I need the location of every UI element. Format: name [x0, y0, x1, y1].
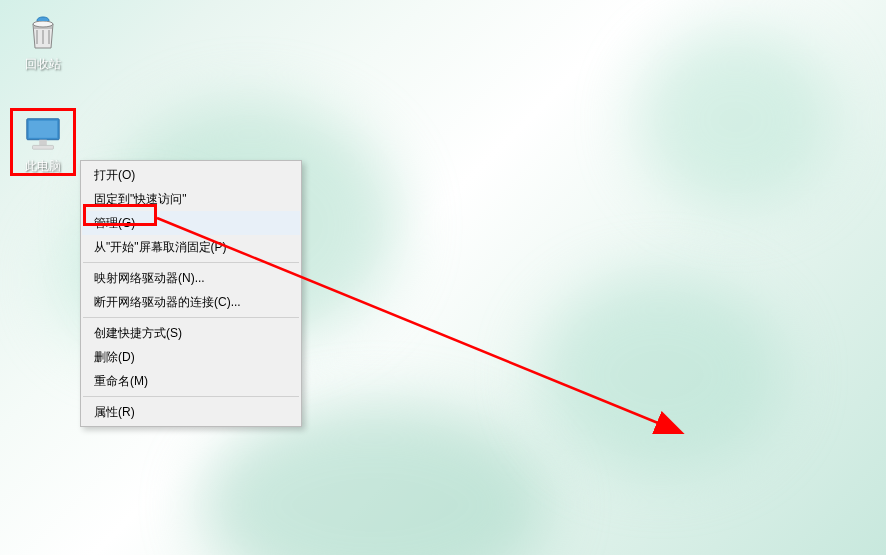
this-pc-label: 此电脑 [25, 158, 61, 175]
menu-label: 管理(G) [94, 216, 135, 230]
menu-label: 断开网络驱动器的连接(C)... [94, 295, 241, 309]
menu-item-pin-quick-access[interactable]: 固定到"快速访问" [82, 187, 300, 211]
bg-decoration [536, 275, 786, 475]
menu-label: 重命名(M) [94, 374, 148, 388]
svg-point-1 [33, 21, 53, 27]
recycle-bin-label: 回收站 [25, 56, 61, 73]
menu-item-delete[interactable]: 删除(D) [82, 345, 300, 369]
menu-label: 打开(O) [94, 168, 135, 182]
svg-rect-3 [29, 121, 58, 138]
menu-item-open[interactable]: 打开(O) [82, 163, 300, 187]
menu-item-map-network-drive[interactable]: 映射网络驱动器(N)... [82, 266, 300, 290]
menu-separator [83, 396, 299, 397]
menu-item-create-shortcut[interactable]: 创建快捷方式(S) [82, 321, 300, 345]
menu-label: 创建快捷方式(S) [94, 326, 182, 340]
svg-rect-5 [33, 145, 54, 149]
menu-separator [83, 317, 299, 318]
menu-item-rename[interactable]: 重命名(M) [82, 369, 300, 393]
bg-decoration [200, 405, 550, 555]
menu-item-properties[interactable]: 属性(R) [82, 400, 300, 424]
menu-separator [83, 262, 299, 263]
menu-item-unpin-start[interactable]: 从"开始"屏幕取消固定(P) [82, 235, 300, 259]
desktop-icon-recycle-bin[interactable]: 回收站 [8, 8, 78, 77]
menu-label: 从"开始"屏幕取消固定(P) [94, 240, 227, 254]
svg-rect-4 [39, 140, 47, 146]
computer-icon [23, 114, 63, 154]
menu-item-manage[interactable]: 管理(G) [82, 211, 300, 235]
desktop-icon-this-pc[interactable]: 此电脑 [8, 110, 78, 179]
context-menu: 打开(O) 固定到"快速访问" 管理(G) 从"开始"屏幕取消固定(P) 映射网… [80, 160, 302, 427]
menu-label: 映射网络驱动器(N)... [94, 271, 205, 285]
bg-decoration [636, 30, 836, 210]
menu-label: 固定到"快速访问" [94, 192, 187, 206]
menu-label: 删除(D) [94, 350, 135, 364]
menu-item-disconnect-network-drive[interactable]: 断开网络驱动器的连接(C)... [82, 290, 300, 314]
recycle-bin-icon [23, 12, 63, 52]
menu-label: 属性(R) [94, 405, 135, 419]
